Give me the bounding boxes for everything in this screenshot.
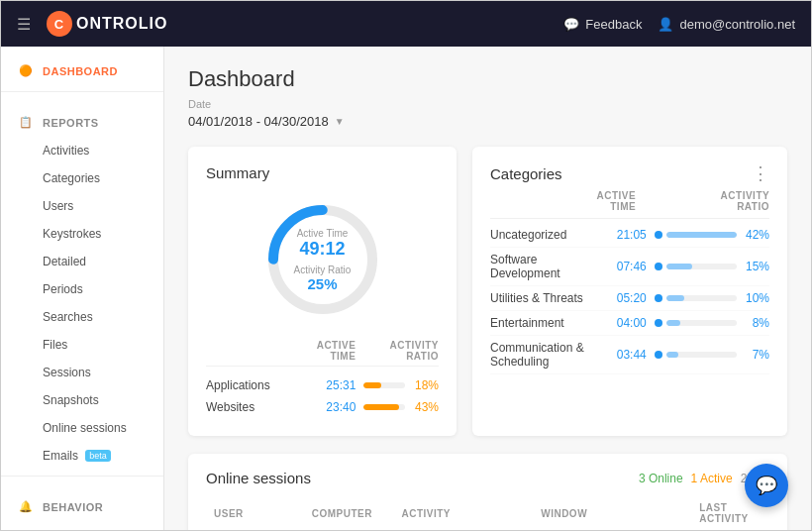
summary-card: Summary Active Time <box>188 147 457 436</box>
sidebar-item-behavior[interactable]: 🔔 BEHAVIOR <box>1 492 163 521</box>
sidebar: 🟠 DASHBOARD 📋 REPORTS Activities Categor… <box>1 47 164 530</box>
sidebar-item-reports[interactable]: 📋 REPORTS <box>1 108 163 137</box>
sidebar-section-reports: 📋 REPORTS Activities Categories Users Ke… <box>1 98 163 470</box>
logo: C ONTROLIO <box>47 11 167 37</box>
categories-more-icon[interactable]: ⋮ <box>752 164 769 182</box>
sidebar-section-behavior: 🔔 BEHAVIOR Alerts Rules <box>1 482 163 530</box>
sidebar-item-dashboard[interactable]: 🟠 DASHBOARD <box>1 56 163 85</box>
user-icon: 👤 <box>658 17 673 32</box>
header: ☰ C ONTROLIO 💬 Feedback 👤 demo@controlio… <box>1 1 811 47</box>
sidebar-item-users[interactable]: Users <box>1 192 163 220</box>
user-menu[interactable]: 👤 demo@controlio.net <box>658 17 795 32</box>
sidebar-item-alerts[interactable]: Alerts <box>1 521 163 530</box>
active-time-value: 49:12 <box>294 239 352 261</box>
categories-card: Categories ⋮ ACTIVE TIME ACTIVITY RATIO … <box>472 147 787 436</box>
page-title: Dashboard <box>188 66 787 92</box>
categories-table-header: ACTIVE TIME ACTIVITY RATIO <box>490 190 769 219</box>
dashboard-icon: 🟠 <box>17 64 35 77</box>
sidebar-item-files[interactable]: Files <box>1 331 163 359</box>
menu-icon[interactable]: ☰ <box>17 15 31 34</box>
behavior-icon: 🔔 <box>17 500 35 513</box>
donut-center: Active Time 49:12 Activity Ratio 25% <box>294 228 352 292</box>
col-window: WINDOW <box>533 498 691 530</box>
col-computer: COMPUTER <box>304 498 394 530</box>
categories-title: Categories <box>490 165 752 182</box>
date-dropdown-icon: ▼ <box>335 116 345 127</box>
col-user: USER <box>206 498 304 530</box>
chat-fab[interactable]: 💬 <box>745 464 788 507</box>
logo-circle: C <box>47 11 72 37</box>
sidebar-item-periods[interactable]: Periods <box>1 275 163 303</box>
summary-table: ACTIVE TIME ACTIVITY RATIO Applications … <box>206 340 439 418</box>
active-time-label: Active Time <box>294 228 352 239</box>
activity-ratio-value: 25% <box>294 274 352 291</box>
summary-title: Summary <box>206 164 439 181</box>
sidebar-item-sessions[interactable]: Sessions <box>1 359 163 386</box>
summary-table-header: ACTIVE TIME ACTIVITY RATIO <box>206 340 439 367</box>
main-content: Dashboard Date 04/01/2018 - 04/30/2018 ▼… <box>164 47 811 530</box>
date-picker[interactable]: 04/01/2018 - 04/30/2018 ▼ <box>188 114 787 129</box>
date-label: Date <box>188 98 787 110</box>
badge-online[interactable]: 3 Online <box>639 472 683 485</box>
reports-icon: 📋 <box>17 116 35 129</box>
online-sessions-table: USER COMPUTER ACTIVITY WINDOW LAST ACTIV… <box>206 498 769 530</box>
online-sessions-title: Online sessions <box>206 470 639 486</box>
cat-row-entertainment: Entertainment 04:00 8% <box>490 311 769 336</box>
feedback-button[interactable]: 💬 Feedback <box>563 17 642 32</box>
sidebar-item-searches[interactable]: Searches <box>1 303 163 331</box>
sidebar-item-keystrokes[interactable]: Keystrokes <box>1 220 163 248</box>
activity-ratio-label: Activity Ratio <box>294 264 352 274</box>
chat-icon: 💬 <box>756 475 777 496</box>
online-sessions-card: Online sessions 3 Online 1 Active 2 Idle… <box>188 454 787 530</box>
cat-row-utilities: Utilities & Threats 05:20 10% <box>490 286 769 311</box>
body: 🟠 DASHBOARD 📋 REPORTS Activities Categor… <box>1 47 811 530</box>
online-sessions-header: Online sessions 3 Online 1 Active 2 Idle <box>206 470 769 486</box>
sidebar-section-dashboard: 🟠 DASHBOARD <box>1 47 163 85</box>
cat-row-communication: Communication &Scheduling 03:44 7% <box>490 336 769 374</box>
badge-active[interactable]: 1 Active <box>691 472 733 485</box>
sidebar-item-activities[interactable]: Activities <box>1 137 163 164</box>
beta-badge: beta <box>85 450 111 462</box>
cat-row-uncategorized: Uncategorized 21:05 42% <box>490 223 769 248</box>
categories-header: Categories ⋮ <box>490 164 769 182</box>
sidebar-item-detailed[interactable]: Detailed <box>1 248 163 275</box>
donut-chart: Active Time 49:12 Activity Ratio 25% <box>206 195 439 324</box>
sidebar-item-snapshots[interactable]: Snapshots <box>1 386 163 414</box>
online-table-header-row: USER COMPUTER ACTIVITY WINDOW LAST ACTIV… <box>206 498 769 530</box>
cat-row-software-dev: Software Development 07:46 15% <box>490 248 769 286</box>
summary-row-websites: Websites 23:40 43% <box>206 396 439 418</box>
feedback-icon: 💬 <box>563 17 579 32</box>
summary-row-applications: Applications 25:31 18% <box>206 374 439 396</box>
cards-row: Summary Active Time <box>188 147 787 436</box>
sidebar-item-categories[interactable]: Categories <box>1 164 163 192</box>
col-activity: ACTIVITY <box>393 498 533 530</box>
sidebar-item-online-sessions[interactable]: Online sessions <box>1 414 163 442</box>
sidebar-item-emails[interactable]: Emails beta <box>1 442 163 470</box>
